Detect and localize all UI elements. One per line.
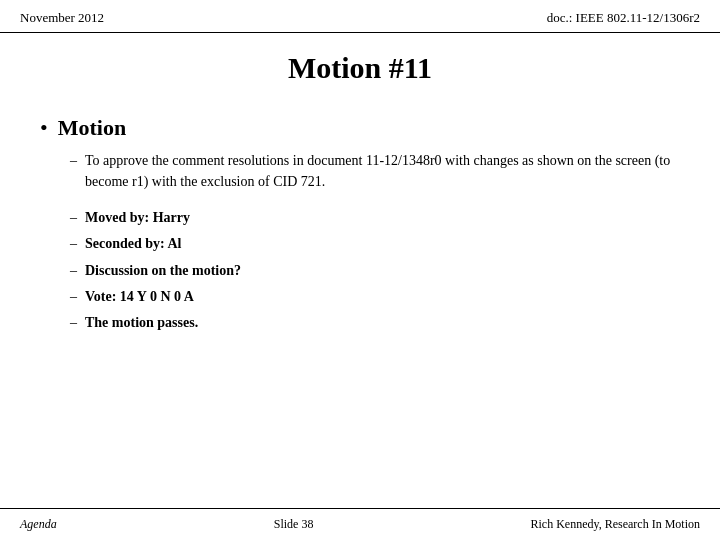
seconded-by-text: Seconded by: Al — [85, 234, 181, 254]
header-date: November 2012 — [20, 10, 104, 26]
passes-bullet: – The motion passes. — [70, 313, 680, 333]
slide-title: Motion #11 — [20, 51, 700, 85]
moved-by-bullet: – Moved by: Harry — [70, 208, 680, 228]
dash-4: – — [70, 261, 77, 281]
moved-by-text: Moved by: Harry — [85, 208, 190, 228]
footer-author: Rich Kennedy, Research In Motion — [530, 517, 700, 532]
passes-text: The motion passes. — [85, 313, 198, 333]
footer-agenda: Agenda — [20, 517, 57, 532]
spacer-1 — [70, 198, 680, 208]
sub-bullets: – To approve the comment resolutions in … — [70, 151, 680, 333]
dash-6: – — [70, 313, 77, 333]
slide: November 2012 doc.: IEEE 802.11-12/1306r… — [0, 0, 720, 540]
motion-label: Motion — [58, 115, 126, 141]
vote-text: Vote: 14 Y 0 N 0 A — [85, 287, 194, 307]
motion-section: • Motion – To approve the comment resolu… — [40, 115, 680, 333]
slide-footer: Agenda Slide 38 Rich Kennedy, Research I… — [0, 508, 720, 540]
discussion-bullet: – Discussion on the motion? — [70, 261, 680, 281]
footer-slide-number: Slide 38 — [274, 517, 314, 532]
dash-1: – — [70, 151, 77, 171]
title-section: Motion #11 — [0, 33, 720, 95]
description-bullet: – To approve the comment resolutions in … — [70, 151, 680, 192]
dash-3: – — [70, 234, 77, 254]
header-doc: doc.: IEEE 802.11-12/1306r2 — [547, 10, 700, 26]
dash-2: – — [70, 208, 77, 228]
dash-5: – — [70, 287, 77, 307]
content-area: • Motion – To approve the comment resolu… — [0, 95, 720, 508]
main-bullet: • Motion — [40, 115, 680, 141]
seconded-by-bullet: – Seconded by: Al — [70, 234, 680, 254]
vote-bullet: – Vote: 14 Y 0 N 0 A — [70, 287, 680, 307]
description-text: To approve the comment resolutions in do… — [85, 151, 680, 192]
discussion-text: Discussion on the motion? — [85, 261, 241, 281]
bullet-dot: • — [40, 115, 48, 141]
slide-header: November 2012 doc.: IEEE 802.11-12/1306r… — [0, 0, 720, 33]
